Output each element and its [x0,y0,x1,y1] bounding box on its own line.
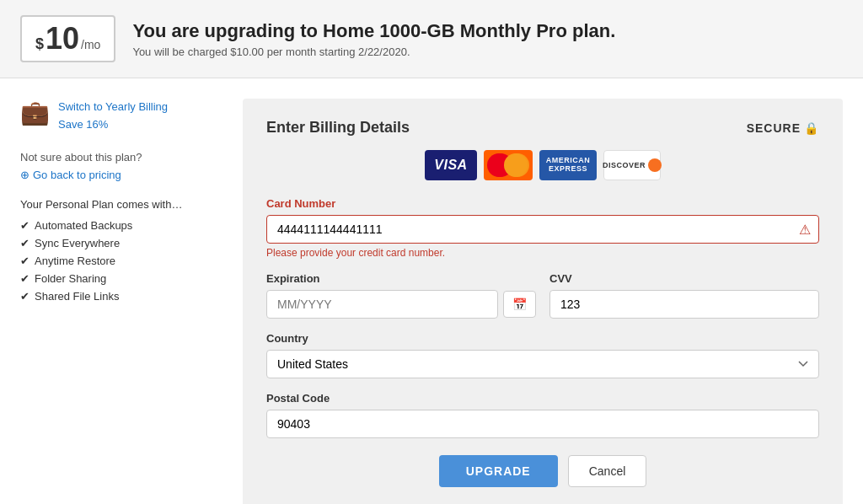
cvv-input[interactable] [549,290,819,319]
check-icon: ✔ [20,219,29,232]
cancel-button[interactable]: Cancel [568,455,647,487]
calendar-button[interactable]: 📅 [503,291,536,318]
card-number-group: Card Number ⚠ Please provide your credit… [266,197,819,259]
feature-label: Shared File Links [35,290,119,303]
feature-label: Folder Sharing [35,272,106,285]
header-text: You are upgrading to Home 1000-GB Monthl… [132,20,615,58]
switch-billing-link[interactable]: Switch to Yearly Billing [58,99,168,116]
warning-icon: ⚠ [799,222,811,238]
feature-label: Automated Backups [35,219,132,232]
expiration-group: Expiration 📅 [266,272,536,319]
list-item: ✔ Shared File Links [20,290,222,303]
expiration-input[interactable] [266,290,498,319]
postal-code-label: Postal Code [266,392,819,405]
list-item: ✔ Automated Backups [20,219,222,232]
features-title: Your Personal Plan comes with… [20,198,222,211]
amex-logo: AMERICAN EXPRESS [539,150,597,180]
billing-panel: Enter Billing Details SECURE 🔒 VISA AMER… [243,99,843,504]
features-list: ✔ Automated Backups ✔ Sync Everywhere ✔ … [20,219,222,303]
button-row: UPGRADE Cancel [266,455,819,487]
go-back-label: Go back to pricing [33,169,121,181]
country-label: Country [266,332,819,345]
check-icon: ✔ [20,272,29,285]
price-dollar-sign: $ [35,35,44,53]
expiry-input-wrapper: 📅 [266,290,536,319]
card-number-error: Please provide your credit card number. [266,247,819,259]
feature-label: Sync Everywhere [35,237,120,249]
card-number-input-wrapper: ⚠ [266,215,819,244]
wallet-icon: 💼 [20,99,50,126]
expiration-label: Expiration [266,272,536,285]
mastercard-logo [484,150,533,180]
not-sure-text: Not sure about this plan? [20,151,222,164]
postal-code-group: Postal Code [266,392,819,438]
header-banner: $ 10 /mo You are upgrading to Home 1000-… [0,0,863,78]
cvv-label: CVV [549,272,819,285]
check-icon: ✔ [20,290,29,303]
sidebar: 💼 Switch to Yearly Billing Save 16% Not … [20,99,222,308]
secure-badge: SECURE 🔒 [747,121,819,135]
sidebar-links: Switch to Yearly Billing Save 16% [58,99,168,134]
cvv-group: CVV [549,272,819,319]
check-icon: ✔ [20,237,29,249]
list-item: ✔ Sync Everywhere [20,237,222,249]
price-box: $ 10 /mo [20,15,115,62]
sidebar-upgrade-box: 💼 Switch to Yearly Billing Save 16% [20,99,222,134]
list-item: ✔ Anytime Restore [20,255,222,267]
list-item: ✔ Folder Sharing [20,272,222,285]
save-label-link[interactable]: Save 16% [58,116,168,134]
country-select[interactable]: United States Canada United Kingdom Aust… [266,350,819,378]
check-icon: ✔ [20,255,29,267]
country-group: Country United States Canada United King… [266,332,819,378]
visa-logo: VISA [425,150,477,180]
lock-icon: 🔒 [804,121,819,135]
circle-plus-icon: ⊕ [20,169,29,181]
billing-panel-header: Enter Billing Details SECURE 🔒 [266,119,819,137]
billing-subtitle: You will be charged $10.00 per month sta… [132,46,615,58]
card-number-input[interactable] [266,215,819,244]
card-logos: VISA AMERICAN EXPRESS DISCOVER [266,150,819,180]
expiry-cvv-row: Expiration 📅 CVV [266,272,819,332]
feature-label: Anytime Restore [35,255,115,267]
discover-inner: DISCOVER [603,158,662,172]
billing-form-title: Enter Billing Details [266,119,410,137]
price-period: /mo [81,38,100,51]
secure-label: SECURE [747,121,801,135]
postal-code-input[interactable] [266,410,819,438]
price-amount: 10 [46,24,79,54]
discover-logo: DISCOVER [603,150,661,180]
page-title: You are upgrading to Home 1000-GB Monthl… [132,20,615,42]
upgrade-button[interactable]: UPGRADE [439,455,558,487]
go-back-link[interactable]: ⊕ Go back to pricing [20,169,222,181]
main-content: 💼 Switch to Yearly Billing Save 16% Not … [0,78,863,504]
card-number-label: Card Number [266,197,819,210]
